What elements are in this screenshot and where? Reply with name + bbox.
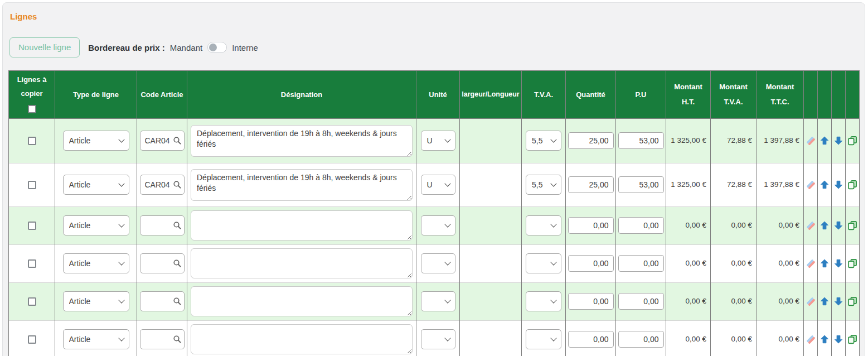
- vat-select[interactable]: [526, 253, 561, 273]
- column-header-tva: T.V.A.: [522, 71, 566, 119]
- erase-line-button[interactable]: [804, 334, 817, 345]
- unit-cell: [416, 244, 460, 282]
- quantity-input[interactable]: [568, 293, 614, 310]
- move-line-down-button[interactable]: [832, 334, 845, 344]
- eraser-icon: [806, 136, 816, 146]
- unit-price-input[interactable]: [618, 331, 664, 348]
- erase-cell: [804, 244, 818, 282]
- erase-line-button[interactable]: [804, 180, 817, 190]
- duplicate-line-button[interactable]: [846, 220, 859, 230]
- designation-textarea[interactable]: [191, 169, 413, 201]
- row-select-checkbox[interactable]: [28, 222, 36, 230]
- designation-textarea[interactable]: [191, 210, 413, 240]
- line-type-cell: Article: [55, 163, 137, 206]
- lines-table: Lignes à copier Type de ligne Code Artic…: [8, 70, 860, 356]
- move-line-down-button[interactable]: [832, 296, 845, 306]
- row-select-checkbox[interactable]: [28, 181, 36, 189]
- unit-price-input[interactable]: [618, 293, 664, 310]
- line-type-select[interactable]: Article: [63, 175, 129, 195]
- unit-price-input[interactable]: [618, 217, 664, 234]
- code-article-input[interactable]: [140, 215, 185, 235]
- code-article-input[interactable]: [140, 131, 185, 151]
- erase-line-button[interactable]: [804, 258, 817, 269]
- vat-select[interactable]: 5,5: [526, 175, 561, 195]
- quantity-input[interactable]: [568, 331, 614, 348]
- quantity-input[interactable]: [568, 132, 614, 149]
- column-header-montant-ttc: Montant T.T.C.: [757, 71, 804, 119]
- quantity-input[interactable]: [568, 255, 614, 272]
- move-line-down-button[interactable]: [832, 258, 845, 268]
- duplicate-line-button[interactable]: [846, 136, 859, 146]
- quantity-input[interactable]: [568, 217, 614, 234]
- move-line-up-button[interactable]: [818, 296, 831, 306]
- duplicate-cell: [846, 244, 860, 282]
- row-select-checkbox[interactable]: [28, 297, 36, 306]
- move-line-down-button[interactable]: [832, 220, 845, 230]
- move-line-up-button[interactable]: [818, 180, 831, 190]
- line-type-select[interactable]: Article: [63, 291, 129, 311]
- move-line-up-button[interactable]: [818, 220, 831, 230]
- designation-textarea[interactable]: [191, 125, 413, 157]
- erase-line-button[interactable]: [804, 220, 817, 231]
- designation-textarea[interactable]: [191, 286, 413, 316]
- erase-line-button[interactable]: [804, 136, 817, 146]
- unit-select[interactable]: [421, 253, 455, 273]
- amount-tva-value: 72,88 €: [711, 163, 757, 206]
- unit-select[interactable]: [421, 291, 455, 311]
- line-type-select[interactable]: Article: [63, 215, 129, 235]
- move-line-up-button[interactable]: [818, 258, 831, 268]
- code-article-input[interactable]: [140, 253, 185, 273]
- move-down-cell: [832, 163, 846, 206]
- unit-select[interactable]: U: [421, 175, 455, 195]
- code-article-input[interactable]: [140, 291, 185, 311]
- unit-price-input[interactable]: [618, 132, 664, 149]
- move-line-up-button[interactable]: [818, 334, 831, 344]
- erase-cell: [804, 118, 818, 163]
- duplicate-line-button[interactable]: [846, 334, 859, 344]
- duplicate-line-button[interactable]: [846, 258, 859, 268]
- vat-select[interactable]: [526, 329, 561, 349]
- unit-price-cell: [616, 320, 666, 356]
- quantity-input[interactable]: [568, 176, 614, 193]
- unit-price-cell: [616, 282, 666, 320]
- code-article-input[interactable]: [140, 175, 185, 195]
- designation-textarea[interactable]: [191, 248, 413, 278]
- unit-price-input[interactable]: [618, 176, 664, 193]
- line-row: Article U 5,5 1 325,00 € 7: [9, 163, 860, 206]
- vat-select[interactable]: 5,5: [526, 131, 561, 151]
- unit-price-input[interactable]: [618, 255, 664, 272]
- arrow-down-icon: [833, 136, 843, 146]
- line-type-select[interactable]: Article: [63, 329, 129, 349]
- column-header-action-2: [818, 71, 832, 119]
- move-line-down-button[interactable]: [832, 180, 845, 190]
- vat-select[interactable]: [526, 215, 561, 235]
- vat-select[interactable]: [526, 291, 561, 311]
- row-select-checkbox[interactable]: [28, 137, 36, 145]
- vat-cell: [522, 282, 566, 320]
- row-select-checkbox[interactable]: [28, 259, 36, 268]
- copy-line-cell: [9, 118, 55, 163]
- unit-select[interactable]: [421, 329, 455, 349]
- line-type-select[interactable]: Article: [63, 253, 129, 273]
- move-line-up-button[interactable]: [818, 136, 831, 146]
- width-length-cell: [460, 282, 522, 320]
- new-line-button[interactable]: Nouvelle ligne: [9, 37, 80, 57]
- move-up-cell: [818, 206, 832, 244]
- designation-textarea[interactable]: [191, 324, 413, 354]
- bordereau-toggle[interactable]: [207, 42, 227, 53]
- select-all-checkbox[interactable]: [28, 105, 36, 113]
- duplicate-icon: [847, 136, 857, 146]
- arrow-down-icon: [833, 220, 843, 230]
- unit-select[interactable]: U: [421, 131, 455, 151]
- line-type-select[interactable]: Article: [63, 131, 129, 151]
- erase-line-button[interactable]: [804, 296, 817, 307]
- unit-select[interactable]: [421, 215, 455, 235]
- toggle-left-label: Mandant: [170, 43, 202, 52]
- duplicate-line-button[interactable]: [846, 180, 859, 190]
- move-line-down-button[interactable]: [832, 136, 845, 146]
- quantity-cell: [566, 118, 616, 163]
- duplicate-icon: [847, 180, 857, 190]
- code-article-input[interactable]: [140, 329, 185, 349]
- duplicate-line-button[interactable]: [846, 296, 859, 306]
- row-select-checkbox[interactable]: [28, 335, 36, 344]
